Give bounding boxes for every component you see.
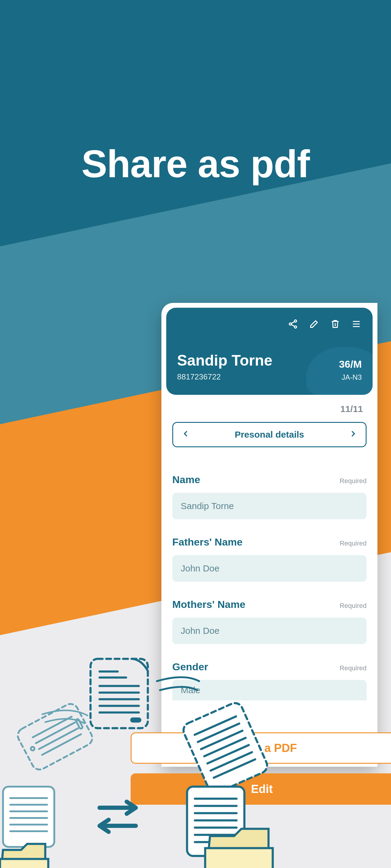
mothers-name-input[interactable]: John Doe xyxy=(172,618,367,644)
required-badge: Required xyxy=(340,477,367,485)
hero-title: Share as pdf xyxy=(0,142,391,186)
svg-line-16 xyxy=(39,728,78,749)
patient-code: JA-N3 xyxy=(339,373,362,381)
chevron-right-icon[interactable] xyxy=(349,430,357,440)
share-icon[interactable] xyxy=(287,318,298,330)
field-gender: Gender Required Male xyxy=(172,661,367,701)
required-badge: Required xyxy=(340,664,367,672)
field-name: Name Required Sandip Torne xyxy=(172,474,367,519)
trash-icon[interactable] xyxy=(330,318,341,330)
promo-screenshot: Share as pdf Sandip Torne xyxy=(0,0,391,868)
svg-rect-11 xyxy=(131,718,140,721)
svg-point-0 xyxy=(295,320,297,322)
svg-rect-19 xyxy=(3,786,54,847)
patient-phone: 8817236722 xyxy=(177,372,273,381)
form: Name Required Sandip Torne Fathers' Name… xyxy=(161,447,378,767)
menu-icon[interactable] xyxy=(351,318,362,330)
svg-rect-3 xyxy=(90,659,148,728)
patient-name: Sandip Torne xyxy=(177,352,273,369)
field-label: Mothers' Name xyxy=(172,598,245,610)
view-pdf-label: iew as a PDF xyxy=(227,742,297,755)
required-badge: Required xyxy=(340,602,367,610)
edit-button-label: Edit xyxy=(251,783,273,796)
patient-card-header: Sandip Torne 8817236722 36/M JA-N3 xyxy=(166,308,372,395)
name-input[interactable]: Sandip Torne xyxy=(172,493,367,519)
field-fathers-name: Fathers' Name Required John Doe xyxy=(172,536,367,582)
action-bar: iew as a PDF Edit xyxy=(131,733,391,805)
svg-point-2 xyxy=(295,326,297,328)
field-label: Gender xyxy=(172,661,208,673)
section-nav[interactable]: Presonal details xyxy=(172,422,367,447)
field-mothers-name: Mothers' Name Required John Doe xyxy=(172,598,367,644)
svg-line-15 xyxy=(36,722,75,743)
svg-line-14 xyxy=(33,717,72,738)
view-pdf-button[interactable]: iew as a PDF xyxy=(131,733,391,764)
svg-line-17 xyxy=(42,734,81,755)
svg-rect-12 xyxy=(15,701,95,772)
fathers-name-input[interactable]: John Doe xyxy=(172,555,367,582)
section-nav-title: Presonal details xyxy=(235,430,304,440)
gender-input[interactable]: Male xyxy=(172,680,367,701)
chevron-left-icon[interactable] xyxy=(181,430,190,440)
field-label: Name xyxy=(172,474,200,486)
edit-button[interactable]: Edit xyxy=(131,773,391,805)
svg-rect-18 xyxy=(76,718,83,729)
svg-point-13 xyxy=(30,746,35,751)
patient-age-sex: 36/M xyxy=(339,358,362,370)
svg-point-1 xyxy=(289,323,291,325)
field-label: Fathers' Name xyxy=(172,536,243,548)
phone-mock: Sandip Torne 8817236722 36/M JA-N3 11/11… xyxy=(161,303,378,767)
step-counter: 11/11 xyxy=(161,395,378,414)
header-icon-row xyxy=(177,318,362,330)
required-badge: Required xyxy=(340,539,367,547)
pencil-icon[interactable] xyxy=(309,318,319,330)
